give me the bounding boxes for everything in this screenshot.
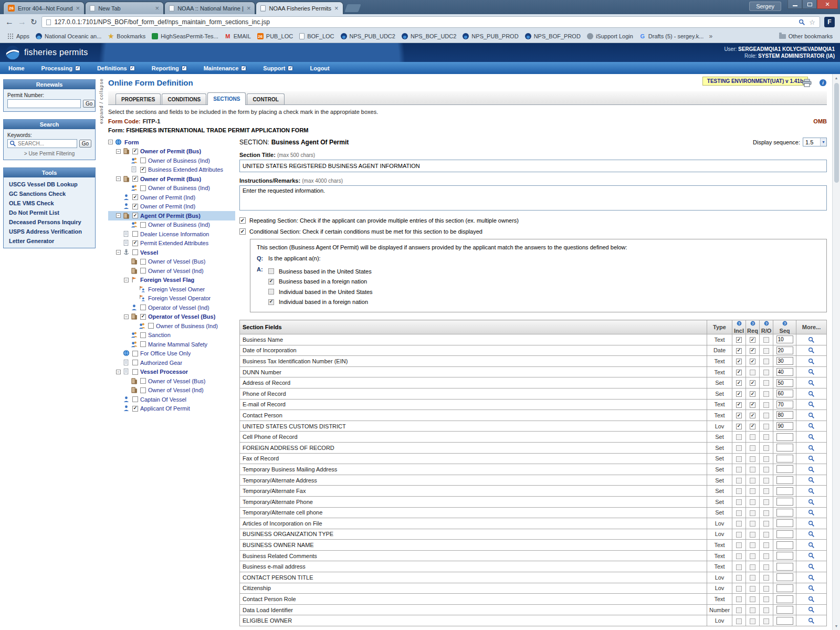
tree-item-checkbox[interactable] xyxy=(140,304,146,310)
back-icon[interactable]: ← xyxy=(5,18,14,26)
nav-logout[interactable]: Logout xyxy=(301,62,338,74)
req-checkbox[interactable] xyxy=(750,359,755,364)
seq-input[interactable] xyxy=(776,357,793,365)
ro-checkbox[interactable] xyxy=(763,607,769,613)
tree-item[interactable]: −Operator of Vessel (Bus) xyxy=(108,312,235,322)
seq-input[interactable] xyxy=(776,476,793,484)
answer-checkbox[interactable] xyxy=(268,268,274,274)
bookmark-item[interactable]: NPS_PUB_UDC2 xyxy=(338,32,398,40)
ro-checkbox[interactable] xyxy=(763,467,769,472)
field-detail-magnifier-icon[interactable] xyxy=(808,466,815,473)
tree-root-expand-icon[interactable]: − xyxy=(108,140,113,144)
tree-item[interactable]: Owner of Business (Ind) xyxy=(108,184,235,193)
tree-item[interactable]: −Owner of Permit (Bus) xyxy=(108,174,235,184)
omnibox[interactable]: 127.0.0.1:7101/NPS_BOF/bof_form_def/nps_… xyxy=(41,16,820,28)
field-detail-magnifier-icon[interactable] xyxy=(808,531,815,538)
incl-checkbox[interactable] xyxy=(736,359,742,364)
search-input[interactable] xyxy=(18,141,75,146)
answer-checkbox[interactable] xyxy=(268,299,274,305)
seq-input[interactable] xyxy=(776,346,793,354)
seq-input[interactable] xyxy=(776,606,793,614)
field-detail-magnifier-icon[interactable] xyxy=(808,552,815,559)
ro-checkbox[interactable] xyxy=(763,391,769,397)
seq-input[interactable] xyxy=(776,530,793,538)
field-detail-magnifier-icon[interactable] xyxy=(808,488,815,495)
tree-item-checkbox[interactable] xyxy=(132,149,138,154)
help-info-icon[interactable]: i xyxy=(819,79,827,87)
req-checkbox[interactable] xyxy=(750,445,755,451)
seq-input[interactable] xyxy=(776,563,793,571)
seq-input[interactable] xyxy=(776,422,793,430)
minimize-button[interactable] xyxy=(788,0,802,9)
incl-checkbox[interactable] xyxy=(736,402,742,408)
seq-input[interactable] xyxy=(776,584,793,592)
incl-checkbox[interactable] xyxy=(736,532,742,538)
tree-item[interactable]: Marine Mammal Safety xyxy=(108,340,235,349)
req-checkbox[interactable] xyxy=(750,456,755,462)
seq-input[interactable] xyxy=(776,595,793,603)
incl-checkbox[interactable] xyxy=(736,456,742,462)
extension-icon[interactable]: F xyxy=(824,17,835,27)
bookmark-item[interactable]: National Oceanic an... xyxy=(33,32,104,40)
req-checkbox[interactable] xyxy=(750,607,755,613)
field-detail-magnifier-icon[interactable] xyxy=(808,369,815,375)
tree-item-checkbox[interactable] xyxy=(140,268,146,274)
tree-item[interactable]: Owner of Permit (Ind) xyxy=(108,202,235,212)
field-detail-magnifier-icon[interactable] xyxy=(808,455,815,462)
tree-item-checkbox[interactable] xyxy=(132,369,138,375)
tree-item-checkbox[interactable] xyxy=(132,240,138,246)
tree-item[interactable]: For Office Use Only xyxy=(108,349,235,359)
field-detail-magnifier-icon[interactable] xyxy=(808,412,815,419)
ro-checkbox[interactable] xyxy=(763,478,769,484)
tree-expand-icon[interactable]: − xyxy=(116,250,121,255)
bookmark-item[interactable]: NPS_PUB_PROD xyxy=(459,32,521,40)
tab-control[interactable]: CONTROL xyxy=(247,93,284,104)
req-checkbox[interactable] xyxy=(750,380,755,386)
forward-icon[interactable]: → xyxy=(18,18,26,26)
tree-item-checkbox[interactable] xyxy=(140,167,146,173)
req-checkbox[interactable] xyxy=(750,499,755,505)
incl-checkbox[interactable] xyxy=(736,564,742,570)
req-checkbox[interactable] xyxy=(750,564,755,570)
tree-item[interactable]: Owner of Business (Ind) xyxy=(108,156,235,165)
browser-tab[interactable]: NOAA Fisheries Permits× xyxy=(256,2,343,14)
tool-link[interactable]: Deceased Persons Inquiry xyxy=(7,217,92,227)
tree-item[interactable]: Owner of Business (Ind) xyxy=(108,321,235,331)
tree-item[interactable]: Owner of Business (Ind) xyxy=(108,220,235,230)
search-go-button[interactable]: Go xyxy=(79,140,91,148)
ro-checkbox[interactable] xyxy=(763,499,769,505)
tree-item[interactable]: Owner of Vessel (Ind) xyxy=(108,386,235,395)
tree-item[interactable]: Authorized Gear xyxy=(108,358,235,368)
omb-link[interactable]: OMB xyxy=(813,118,827,124)
field-detail-magnifier-icon[interactable] xyxy=(808,606,815,613)
incl-checkbox[interactable] xyxy=(736,521,742,527)
close-button[interactable]: ✕ xyxy=(817,0,838,9)
tree-expand-icon[interactable]: − xyxy=(116,213,121,218)
bookmark-item[interactable]: GDrafts (5) - sergey.k... xyxy=(636,32,707,40)
tree-item[interactable]: Owner of Vessel (Bus) xyxy=(108,257,235,267)
tree-item-checkbox[interactable] xyxy=(132,406,138,412)
tree-item[interactable]: Operator of Vessel (Ind) xyxy=(108,303,235,312)
permit-number-input[interactable] xyxy=(7,99,81,108)
nav-maintenance[interactable]: Maintenance✓ xyxy=(195,62,255,74)
ro-checkbox[interactable] xyxy=(763,488,769,494)
tree-item[interactable]: Sanction xyxy=(108,331,235,340)
bookmark-item[interactable]: Apps xyxy=(4,32,33,40)
tool-link[interactable]: Do Not Permit List xyxy=(7,208,92,217)
field-detail-magnifier-icon[interactable] xyxy=(808,499,815,506)
field-detail-magnifier-icon[interactable] xyxy=(808,617,815,624)
req-checkbox[interactable] xyxy=(750,348,755,354)
tree-item-checkbox[interactable] xyxy=(148,323,154,329)
tree-expand-icon[interactable]: − xyxy=(116,370,121,374)
req-checkbox[interactable] xyxy=(750,488,755,494)
tree-item-checkbox[interactable] xyxy=(140,332,146,338)
req-checkbox[interactable] xyxy=(750,596,755,602)
field-detail-magnifier-icon[interactable] xyxy=(808,520,815,527)
ro-info-icon[interactable]: ? xyxy=(760,321,773,327)
ro-checkbox[interactable] xyxy=(763,564,769,570)
bookmark-item[interactable]: ★Bookmarks xyxy=(104,32,149,40)
nav-definitions[interactable]: Definitions✓ xyxy=(89,62,143,74)
tree-item[interactable]: Permit Extended Attributes xyxy=(108,239,235,248)
tool-link[interactable]: USPS Address Verification xyxy=(7,227,92,236)
req-checkbox[interactable] xyxy=(750,467,755,472)
